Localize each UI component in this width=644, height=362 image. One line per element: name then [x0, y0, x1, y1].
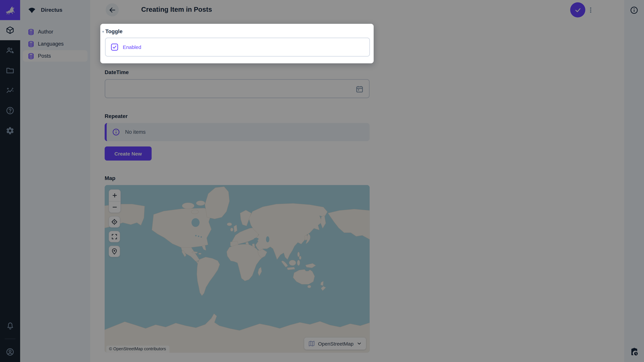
- toggle-input[interactable]: Enabled: [105, 37, 370, 57]
- toggle-field-label: Toggle: [105, 28, 370, 34]
- app-root: DateTime Repeater: [0, 0, 644, 362]
- toggle-field-popup: Toggle Enabled: [100, 24, 374, 63]
- enabled-checkbox[interactable]: [111, 43, 118, 51]
- enabled-checkbox-label[interactable]: Enabled: [123, 44, 141, 50]
- edited-indicator-dot: [102, 31, 104, 32]
